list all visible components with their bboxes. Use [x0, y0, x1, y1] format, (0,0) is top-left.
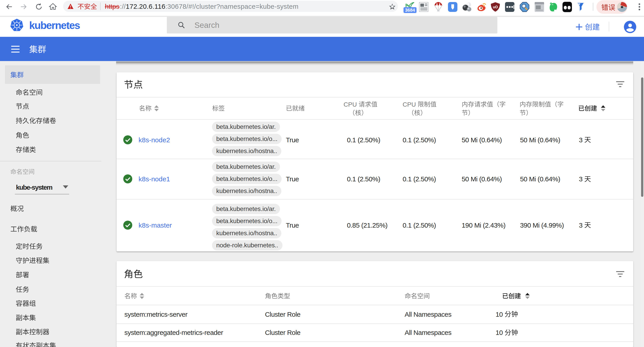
svg-text:uO: uO [493, 5, 498, 9]
